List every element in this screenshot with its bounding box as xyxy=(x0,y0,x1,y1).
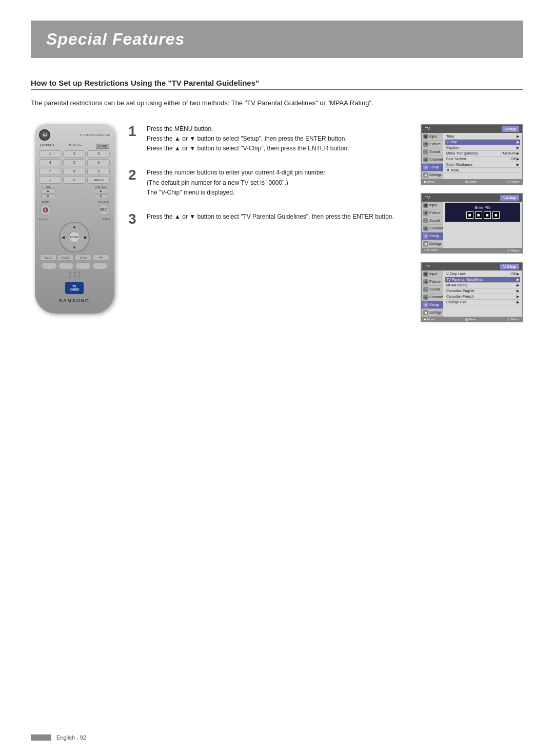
sidebar-setup-active: ⚙ Setup xyxy=(422,164,443,171)
chlist-button[interactable]: CH.LIST xyxy=(57,255,74,261)
sidebar-listings: 📋 Listings xyxy=(422,171,443,179)
ch-down[interactable]: ▼ xyxy=(94,194,108,199)
screen-2-tv-label: TV xyxy=(425,195,430,201)
dot-1 xyxy=(69,272,71,274)
enter-button[interactable]: ENTER xyxy=(69,231,80,243)
sidebar-picture: 🖼 Picture xyxy=(422,141,443,148)
input-icon: ⬛ xyxy=(423,134,428,139)
oval-btn-2[interactable] xyxy=(58,262,74,269)
s2-picture: 🖼 Picture xyxy=(422,209,443,217)
favch-button[interactable]: FAV.CH xyxy=(40,255,56,261)
screens-column: TV Setup ⬛ Input 🖼 Picture xyxy=(421,124,523,322)
dots-row-1 xyxy=(69,272,81,274)
s3-channel-label: Channel xyxy=(429,295,443,299)
tv-screen-2: TV V-Chip ⬛ Input 🖼 Picture xyxy=(421,193,523,254)
tv-screen-1: TV Setup ⬛ Input 🖼 Picture xyxy=(421,124,523,185)
btn-4[interactable]: 4 xyxy=(39,159,62,166)
remote-container: ⏻ TV STB VCR CABLE DVD ANTENNA TV Guide … xyxy=(31,124,118,314)
nav-up-arrow[interactable]: ▲ xyxy=(72,224,76,229)
vol-down[interactable]: ▼ xyxy=(41,194,55,199)
caption-arrow: ▶ xyxy=(517,146,519,150)
s2-listings-icon: 📋 xyxy=(423,241,428,246)
btn-dash[interactable]: – xyxy=(39,177,62,184)
power-button[interactable]: ⏻ xyxy=(39,129,50,141)
label-row: ANTENNA TV Guide MORE xyxy=(39,144,110,149)
dots-row-2 xyxy=(69,275,81,278)
screen-3-header: TV V-Chip xyxy=(422,263,522,270)
btn-9[interactable]: 9 xyxy=(87,168,110,175)
time-arrow: ▶ xyxy=(517,134,519,139)
btn-6[interactable]: 6 xyxy=(87,159,110,166)
pip-button[interactable]: PIP xyxy=(92,255,109,261)
setup-icon: ⚙ xyxy=(423,165,428,170)
pin-box-1: ■ xyxy=(466,211,473,219)
s2-input-label: Input xyxy=(429,203,438,207)
s2-setup-icon: ⚙ xyxy=(423,234,428,239)
s3-mpaa: MPAA Rating ▶ xyxy=(445,283,520,288)
s3-setup-active: ⚙ Setup xyxy=(422,301,443,309)
s2-picture-icon: 🖼 xyxy=(423,210,428,216)
picture-label: Picture xyxy=(429,142,441,146)
btn-1[interactable]: 1 xyxy=(39,150,62,158)
btn-2[interactable]: 2 xyxy=(63,150,86,158)
colorweakness-label: Color Weakness xyxy=(446,163,472,167)
screen-3-main: V-Chip Lock : Off ▶ TV Parental Guidelin… xyxy=(443,270,522,317)
nav-right-arrow[interactable]: ▶ xyxy=(84,235,87,239)
menu-time: Time ▶ xyxy=(445,134,520,140)
btn-0[interactable]: 0 xyxy=(63,177,86,184)
tv-screen-3: TV V-Chip ⬛ Input 🖼 Picture xyxy=(421,262,523,322)
more-btn[interactable]: MORE xyxy=(96,144,109,149)
screen-1-footer: ◆ Move ▤ Enter ⬡ Return xyxy=(422,179,522,184)
s2-channel: 📺 Channel xyxy=(422,225,443,232)
nav-left-arrow[interactable]: ◀ xyxy=(62,235,65,239)
tv-guide-logo: TV GUIDE xyxy=(65,282,84,294)
step-1-number: 1 xyxy=(128,124,141,139)
s3-input-label: Input xyxy=(429,272,438,276)
screen-1-main: Time ▶ V-Chip ▶ Caption ▶ Menu Transpa xyxy=(443,133,522,179)
channel-label: Channel xyxy=(429,158,443,161)
s3-vchiplock: V-Chip Lock : Off ▶ xyxy=(445,272,520,277)
s3-picture: 🖼 Picture xyxy=(422,278,443,286)
s3-tvparental: TV Parental Guidelines ▶ xyxy=(445,277,520,283)
pin-box-3: ■ xyxy=(484,211,491,219)
s3-listings-icon: 📋 xyxy=(423,310,428,315)
vol-up[interactable]: ▲ xyxy=(41,188,55,193)
btn-7[interactable]: 7 xyxy=(39,168,62,175)
screen-3-title: V-Chip xyxy=(500,264,519,269)
screen-1-tv-label: TV xyxy=(425,126,430,132)
dnet-button[interactable]: D-Net xyxy=(75,255,91,261)
caption-label: Caption xyxy=(446,146,459,150)
canenglish-arrow: ▶ xyxy=(517,289,519,293)
oval-btn-3[interactable] xyxy=(75,262,91,269)
ch-rocker: ▲ ▼ xyxy=(94,188,108,199)
menu-caption: Caption ▶ xyxy=(445,145,520,151)
menu-vchip: V-Chip ▶ xyxy=(445,140,520,145)
footer2-return: ⬡ Return xyxy=(507,248,520,252)
screen-2-sidebar: ⬛ Input 🖼 Picture 🔊 Sound 📺 xyxy=(422,202,443,248)
section-title: How to Set up Restrictions Using the "TV… xyxy=(31,79,523,90)
footer2-enter: 0–9 Enter xyxy=(424,248,437,252)
screen-2-title: V-Chip xyxy=(500,195,519,201)
dot-4 xyxy=(69,275,71,278)
s2-setup-label: Setup xyxy=(429,234,439,238)
canfrench-arrow: ▶ xyxy=(517,295,519,299)
ch-up[interactable]: ▲ xyxy=(94,188,108,193)
btn-prech[interactable]: PRE-CH xyxy=(87,177,110,184)
vol-rocker: ▲ ▼ xyxy=(41,188,55,199)
nav-down-arrow[interactable]: ▼ xyxy=(72,245,76,250)
bottom-buttons-row: FAV.CH CH.LIST D-Net PIP xyxy=(40,255,109,261)
oval-btn-1[interactable] xyxy=(42,262,57,269)
oval-btn-4[interactable] xyxy=(92,262,108,269)
vchip-arrow: ▶ xyxy=(517,140,519,144)
mute-button[interactable]: 🔇 xyxy=(40,204,51,216)
screen-3-footer: ◆ Move ▤ Enter ⬡ Return xyxy=(422,317,522,321)
screen-1-header: TV Setup xyxy=(422,125,522,133)
intro-text: The parental restrictions can be set up … xyxy=(31,98,523,109)
colorweakness-arrow: ▶ xyxy=(517,163,519,167)
btn-5[interactable]: 5 xyxy=(63,159,86,166)
bluescreen-value: : Off ▶ xyxy=(509,157,519,161)
btn-8[interactable]: 8 xyxy=(63,168,86,175)
screen-1-body: ⬛ Input 🖼 Picture 🔊 Sound 📺 xyxy=(422,133,522,179)
btn-3[interactable]: 3 xyxy=(87,150,110,158)
source-button[interactable]: SRC xyxy=(98,204,109,216)
